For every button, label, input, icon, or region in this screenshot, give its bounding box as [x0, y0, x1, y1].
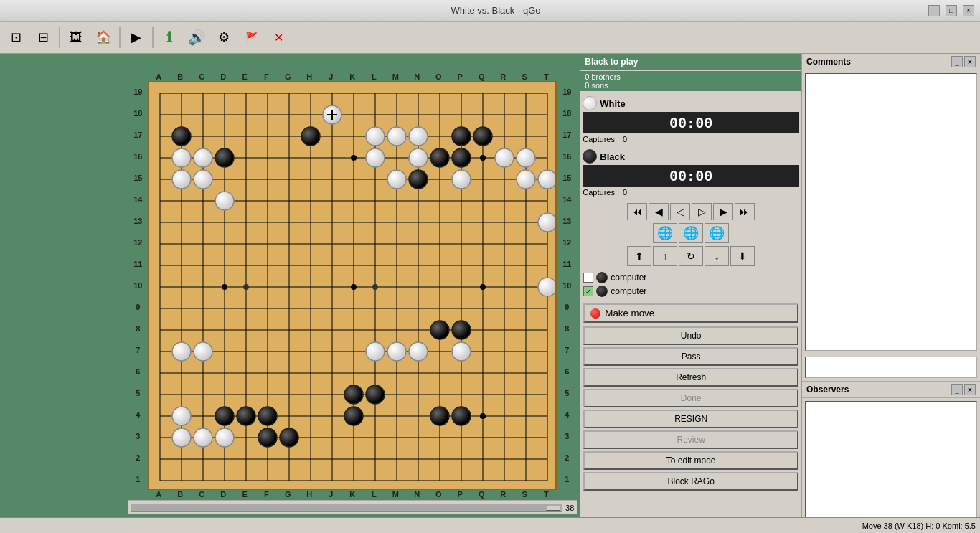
row-label-8: 8	[128, 318, 148, 339]
svg-point-79	[495, 148, 514, 167]
comment-input-field[interactable]	[805, 357, 977, 378]
nav-next-button[interactable]: ▷	[692, 203, 712, 220]
white-player-name: White	[600, 98, 625, 109]
comments-minimize-button[interactable]: _	[951, 56, 963, 67]
photo-button[interactable]: 🖼	[63, 24, 89, 50]
observers-minimize-button[interactable]: _	[951, 384, 963, 395]
row-label-right-8: 8	[557, 318, 577, 339]
nav-last-button[interactable]: ⏭	[735, 203, 755, 220]
sound-button[interactable]: 🔊	[184, 24, 209, 50]
svg-point-82	[194, 170, 212, 189]
scrollbar-track[interactable]	[131, 504, 562, 512]
white-computer-checkbox[interactable]	[583, 273, 593, 283]
svg-point-57	[452, 321, 471, 339]
nav-globe3-button[interactable]: 🌐	[705, 223, 729, 243]
col-label-C: C	[191, 72, 212, 81]
col-label-F: F	[255, 72, 277, 81]
svg-point-61	[215, 407, 234, 425]
row-label-right-7: 7	[557, 339, 577, 361]
nav-first-button[interactable]: ⏮	[627, 203, 647, 220]
toolbar-separator-2	[119, 27, 121, 48]
go-board[interactable]	[148, 81, 557, 490]
settings-button[interactable]: ⚙	[211, 24, 237, 50]
svg-point-41	[222, 284, 227, 290]
main-content: A B C D E F G H J K L M N O P Q R S T	[0, 54, 980, 533]
observers-close-button[interactable]: ×	[964, 384, 976, 395]
svg-point-68	[280, 428, 298, 447]
nav-up-button[interactable]: ↑	[653, 246, 677, 266]
brothers-sons-info: 0 brothers 0 sons	[580, 71, 801, 91]
black-player-name: Black	[600, 151, 625, 162]
maximize-button[interactable]: □	[946, 5, 957, 16]
block-rago-button[interactable]: Block RAGo	[583, 472, 798, 491]
nav-next-big-button[interactable]: ▶	[713, 203, 733, 220]
flag-button[interactable]: 🚩	[238, 24, 264, 50]
observers-header: Observers _ ×	[802, 382, 980, 398]
review-button[interactable]: Review	[583, 430, 798, 449]
svg-point-49	[452, 127, 471, 146]
svg-point-81	[172, 170, 191, 189]
row-label-6: 6	[128, 361, 148, 382]
status-bar-text: Move 38 (W K18) H: 0 Komi: 5.5	[862, 522, 976, 530]
row-label-right-17: 17	[557, 124, 577, 146]
black-comp-stone	[596, 286, 608, 297]
black-computer-checkbox[interactable]: ✓	[583, 286, 593, 296]
col-label-H: H	[298, 72, 320, 81]
toolbar-close-icon: ✕	[274, 31, 283, 44]
scrollbar-thumb[interactable]	[546, 505, 560, 511]
nav-prev-big-button[interactable]: ◀	[649, 203, 669, 220]
home-button[interactable]: 🏠	[90, 24, 116, 50]
row-label-right-13: 13	[557, 210, 577, 232]
svg-point-64	[344, 407, 363, 425]
photo-icon: 🖼	[70, 30, 83, 45]
flag-icon: 🚩	[245, 32, 258, 43]
row-label-right-18: 18	[557, 103, 577, 124]
nav-up-node-button[interactable]: ⬆	[627, 246, 651, 266]
white-computer-label: computer	[611, 273, 646, 283]
comments-header: Comments _ ×	[802, 54, 980, 70]
play-button[interactable]: ▶	[123, 24, 149, 50]
nav-down-node-button[interactable]: ⬇	[730, 246, 755, 266]
close-button[interactable]: ×	[963, 5, 974, 16]
col-label-M: M	[385, 72, 406, 81]
to-edit-mode-button[interactable]: To edit mode	[583, 451, 798, 470]
row-label-5: 5	[128, 382, 148, 404]
row-label-right-19: 19	[557, 81, 577, 103]
comments-title: Comments	[806, 57, 851, 67]
svg-point-59	[366, 385, 385, 404]
nav-down-button[interactable]: ↓	[705, 246, 729, 266]
nav-globe2-button[interactable]: 🌐	[679, 223, 703, 243]
done-button[interactable]: Done	[583, 389, 798, 407]
black-captures-value: 0	[623, 188, 627, 197]
col-label-G: G	[277, 72, 298, 81]
undo-button[interactable]: Undo	[583, 326, 798, 345]
grid-small-button[interactable]: ⊡	[3, 24, 29, 50]
svg-point-85	[517, 170, 535, 189]
info-button[interactable]: ℹ	[156, 24, 182, 50]
svg-point-75	[172, 148, 191, 167]
comments-close-button[interactable]: ×	[964, 56, 976, 67]
nav-rotate-button[interactable]: ↻	[679, 246, 703, 266]
svg-point-66	[452, 407, 471, 425]
observers-panel: Observers _ ×	[802, 381, 980, 533]
refresh-button[interactable]: Refresh	[583, 368, 798, 387]
make-move-label: Make move	[605, 308, 654, 319]
toolbar-close-button[interactable]: ✕	[265, 24, 291, 50]
info-icon: ℹ	[166, 29, 172, 46]
grid-large-button[interactable]: ⊟	[30, 24, 56, 50]
minimize-button[interactable]: –	[928, 5, 940, 16]
nav-prev-button[interactable]: ◁	[670, 203, 690, 220]
right-panel: Black to play 0 brothers 0 sons White 00…	[580, 54, 801, 533]
pass-button[interactable]: Pass	[583, 347, 798, 366]
comments-text-area[interactable]	[805, 73, 977, 351]
make-move-button[interactable]: Make move	[583, 303, 798, 323]
observers-header-buttons: _ ×	[951, 384, 976, 395]
nav-globe1-button[interactable]: 🌐	[653, 223, 677, 243]
col-label-K: K	[341, 72, 363, 81]
row-label-19: 19	[128, 81, 148, 103]
white-captures-row: Captures: 0	[583, 135, 799, 143]
resign-button[interactable]: RESIGN	[583, 410, 798, 428]
observers-title: Observers	[806, 385, 849, 395]
row-label-7: 7	[128, 339, 148, 361]
board-labels-right: 19 18 17 16 15 14 13 12 11 10 9 8 7 6 5 …	[557, 81, 577, 490]
